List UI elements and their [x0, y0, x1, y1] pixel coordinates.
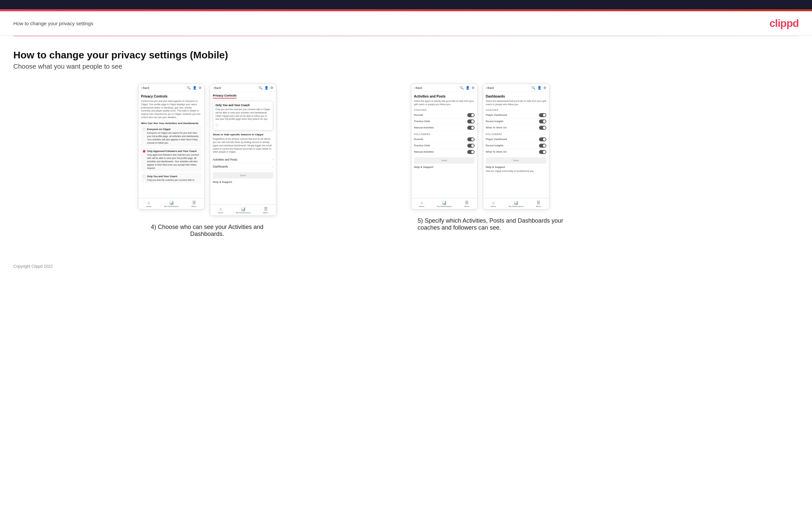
nav-menu-4[interactable]: ☰ Menu: [536, 201, 541, 207]
back-button-4[interactable]: ‹ Back: [486, 86, 494, 90]
save-button-3[interactable]: Save: [414, 157, 474, 164]
screenshots-pair-right: ‹ Back 🔍 👤 ⚙ Activities and Posts Select…: [411, 83, 549, 209]
coaches-round-insights-label: Round Insights: [486, 120, 503, 123]
nav-home-4[interactable]: ⌂ Home: [491, 201, 496, 207]
phone-bottom-nav-1: ⌂ Home 📊 My Performance ☰ Menu: [139, 198, 204, 209]
help-support-3: Help & Support: [414, 164, 474, 169]
settings-icon-1[interactable]: ⚙: [199, 86, 202, 90]
search-icon-4[interactable]: 🔍: [531, 86, 536, 90]
coaches-what-to-work-toggle[interactable]: [539, 126, 546, 130]
privacy-controls-tab[interactable]: Privacy Controls: [213, 94, 237, 99]
phone-screen-3: ‹ Back 🔍 👤 ⚙ Activities and Posts Select…: [411, 83, 477, 209]
activities-posts-row[interactable]: Activities and Posts ›: [213, 156, 273, 163]
coaches-rounds-label: Rounds: [414, 113, 423, 116]
followers-what-to-work-toggle[interactable]: [539, 150, 546, 154]
chart-icon-3: 📊: [442, 201, 447, 205]
home-icon-4: ⌂: [492, 201, 495, 205]
followers-round-insights-label: Round Insights: [486, 144, 503, 147]
settings-icon-4[interactable]: ⚙: [543, 86, 546, 90]
footer: Copyright Clippd 2022: [0, 258, 812, 275]
followers-round-insights-row: Round Insights: [486, 143, 546, 149]
dashboards-row[interactable]: Dashboards ›: [213, 163, 273, 170]
radio-coach-only[interactable]: Only You and Your Coach Only you and the…: [141, 173, 202, 183]
person-icon-3[interactable]: 👤: [466, 86, 470, 90]
nav-performance-2[interactable]: 📊 My Performance: [236, 207, 250, 214]
nav-performance-4[interactable]: 📊 My Performance: [509, 201, 523, 207]
coaches-rounds-toggle[interactable]: [467, 113, 474, 117]
radio-text-approved: Only Approved Followers and Your Coach O…: [147, 150, 200, 170]
nav-performance-3[interactable]: 📊 My Performance: [437, 201, 452, 207]
dashboards-title: Dashboards: [486, 95, 546, 98]
followers-drills-toggle[interactable]: [467, 144, 474, 148]
back-chevron-4: ‹: [486, 86, 487, 90]
radio-approved[interactable]: Only Approved Followers and Your Coach O…: [141, 148, 202, 171]
nav-icons-3: 🔍 👤 ⚙: [460, 86, 474, 90]
privacy-body-text-1: Control how you and your data appears to…: [141, 100, 202, 119]
coaches-section-label-3: COACHES: [414, 109, 474, 111]
nav-performance-1[interactable]: 📊 My Performance: [164, 201, 179, 207]
nav-menu-1[interactable]: ☰ Menu: [192, 201, 197, 207]
back-button-3[interactable]: ‹ Back: [414, 86, 422, 90]
save-button-4[interactable]: Save: [486, 157, 546, 164]
settings-icon-3[interactable]: ⚙: [471, 86, 474, 90]
back-button-2[interactable]: ‹ Back: [213, 86, 221, 90]
nav-home-3[interactable]: ⌂ Home: [419, 201, 424, 207]
save-button-2[interactable]: Save: [213, 172, 273, 178]
search-icon-3[interactable]: 🔍: [460, 86, 464, 90]
followers-what-to-work-label: What To Work On: [486, 150, 507, 153]
coaches-round-insights-toggle[interactable]: [539, 119, 546, 123]
nav-menu-3[interactable]: ☰ Menu: [464, 201, 469, 207]
radio-circle-coach: [143, 175, 146, 178]
nav-menu-2[interactable]: ☰ Menu: [263, 207, 268, 214]
back-chevron-2: ‹: [213, 86, 214, 90]
radio-text-coach: Only You and Your Coach Only you and the…: [147, 175, 194, 181]
page-heading: How to change your privacy settings (Mob…: [13, 49, 799, 61]
followers-what-to-work-row: What To Work On: [486, 149, 546, 155]
followers-drills-row: Practice Drills: [414, 143, 474, 149]
phone-nav-2: ‹ Back 🔍 👤 ⚙: [210, 84, 276, 92]
phone-bottom-nav-4: ⌂ Home 📊 My Performance ☰ Menu: [483, 198, 549, 209]
chart-icon-1: 📊: [169, 201, 174, 205]
dashboards-desc: Select the dashboards that you'd like to…: [486, 100, 546, 106]
followers-player-dashboard-toggle[interactable]: [539, 137, 546, 142]
phone-content-3: Activities and Posts Select the types of…: [411, 92, 477, 198]
coaches-manual-row: Manual Activities: [414, 125, 474, 131]
help-support-4: Help & Support: [486, 164, 546, 169]
phone-screen-2: ‹ Back 🔍 👤 ⚙ Privacy Controls: [210, 83, 276, 216]
followers-player-dashboard-label: Player Dashboard: [486, 138, 507, 141]
phone-bottom-nav-3: ⌂ Home 📊 My Performance ☰ Menu: [411, 198, 477, 209]
coaches-player-dashboard-toggle[interactable]: [539, 113, 546, 117]
phone-screen-1: ‹ Back 🔍 👤 ⚙ Privacy Controls Control ho…: [138, 83, 205, 209]
radio-everyone[interactable]: Everyone on Clippd Everyone on Clippd ca…: [141, 126, 202, 146]
top-bar: [0, 0, 812, 9]
coaches-what-to-work-row: What To Work On: [486, 125, 546, 131]
nav-home-2[interactable]: ⌂ Home: [218, 207, 223, 214]
followers-manual-toggle[interactable]: [467, 150, 474, 154]
settings-icon-2[interactable]: ⚙: [270, 86, 273, 90]
show-hide-title: Show or hide specific features in Clippd: [213, 133, 273, 136]
person-icon-1[interactable]: 👤: [193, 86, 197, 90]
phone-content-4: Dashboards Select the dashboards that yo…: [483, 92, 549, 198]
popup-radio-row: [215, 123, 271, 126]
back-button-1[interactable]: ‹ Back: [141, 86, 149, 90]
home-icon-2: ⌂: [219, 207, 221, 211]
screenshot-group-right: ‹ Back 🔍 👤 ⚙ Activities and Posts Select…: [411, 83, 799, 231]
popup-body: Only you and the coaches you connect wit…: [215, 108, 271, 121]
phone-nav-1: ‹ Back 🔍 👤 ⚙: [139, 84, 204, 92]
person-icon-4[interactable]: 👤: [537, 86, 541, 90]
search-icon-2[interactable]: 🔍: [258, 86, 262, 90]
coaches-manual-toggle[interactable]: [467, 126, 474, 130]
search-icon-1[interactable]: 🔍: [187, 86, 191, 90]
home-icon-1: ⌂: [147, 201, 150, 205]
coaches-round-insights-row: Round Insights: [486, 118, 546, 125]
followers-rounds-toggle[interactable]: [467, 137, 474, 142]
copyright-text: Copyright Clippd 2022: [13, 264, 53, 269]
person-icon-2[interactable]: 👤: [264, 86, 268, 90]
coaches-drills-label: Practice Drills: [414, 120, 430, 123]
coaches-what-to-work-label: What To Work On: [486, 126, 507, 129]
coaches-drills-toggle[interactable]: [467, 119, 474, 123]
followers-round-insights-toggle[interactable]: [539, 144, 546, 148]
radio-circle-everyone: [143, 128, 146, 131]
coaches-rounds-row: Rounds: [414, 112, 474, 118]
nav-home-1[interactable]: ⌂ Home: [146, 201, 151, 207]
